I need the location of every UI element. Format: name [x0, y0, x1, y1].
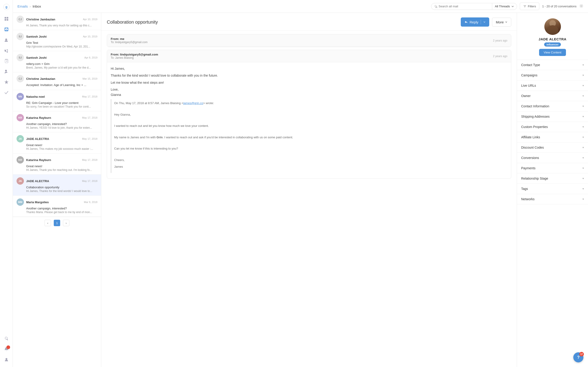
sidebar-section-header[interactable]: Relationship Stage ▾: [517, 173, 588, 184]
breadcrumb-emails[interactable]: Emails: [17, 4, 28, 8]
email-list-item-3[interactable]: SJ Santosh Joshi Apr 8, 2019 rellery.com…: [13, 51, 101, 72]
reply-button-group: Reply: [461, 17, 489, 27]
sidebar-section-header[interactable]: Shipping Addresses ▾: [517, 111, 588, 122]
email-list-item-4[interactable]: CJ Christine Jambazian Mar 15, 2019 Acce…: [13, 72, 101, 90]
nav-item-content[interactable]: [2, 56, 11, 66]
email-date: Apr 10, 2019: [83, 18, 97, 21]
email-date: May 17, 2018: [82, 116, 97, 119]
prev-page-button[interactable]: ‹: [44, 220, 51, 226]
email-item-header: JA JADE ALECTRA May 17, 2018: [17, 177, 97, 185]
chevron-down-icon: ▾: [582, 177, 584, 180]
avatar: CJ: [17, 16, 24, 23]
email-sender: JADE ALECTRA: [26, 137, 80, 141]
reply-button[interactable]: Reply: [461, 17, 489, 27]
more-button[interactable]: More: [492, 18, 511, 27]
chevron-down-icon: ▾: [582, 198, 584, 201]
sidebar-section-discount-codes: Discount Codes ▾: [517, 142, 588, 153]
sidebar-section-title: Payments: [521, 166, 536, 170]
avatar: MM: [17, 198, 24, 206]
conversations-count: 1 - 20 of 20 conversations: [542, 5, 577, 8]
sidebar-section-header[interactable]: Affiliate Links ▾: [517, 132, 588, 142]
notification-badge: [6, 345, 10, 349]
email-sender: Natasha noel: [26, 95, 80, 98]
avatar: KR: [17, 114, 24, 121]
nav-item-search[interactable]: [2, 334, 11, 343]
view-content-button[interactable]: View Content: [539, 49, 566, 56]
email-preview: Hi James, Thank you for reaching out. I'…: [17, 168, 97, 172]
email-preview: Hi James, This makes my job soooooo much…: [17, 147, 97, 150]
threads-dropdown[interactable]: All Threads: [492, 3, 517, 9]
filters-button[interactable]: Filters: [520, 2, 539, 10]
settings-icon[interactable]: [579, 4, 583, 9]
breadcrumb: Emails › Inbox: [17, 4, 41, 8]
avatar: CJ: [17, 75, 24, 82]
nav-item-emails[interactable]: [2, 25, 11, 34]
avatar: JA: [17, 135, 24, 142]
email-detail-title: Collaboration opportunity: [107, 19, 458, 25]
email-date: May 17, 2018: [82, 180, 97, 182]
nav-item-contacts[interactable]: [2, 35, 11, 44]
sidebar-section-header[interactable]: Discount Codes ▾: [517, 142, 588, 152]
sidebar-section-header[interactable]: Live URLs ▾: [517, 81, 588, 91]
sidebar-section-header[interactable]: Payments ▾: [517, 163, 588, 173]
msg-greeting: Hi James,: [111, 66, 507, 71]
email-item-header: KR Katarina Rayburn May 17, 2018: [17, 114, 97, 121]
avatar: NN: [17, 93, 24, 100]
sidebar-section-header[interactable]: Contact Type ▾: [517, 60, 588, 70]
sidebar-section-relationship-stage: Relationship Stage ▾: [517, 173, 588, 184]
email-preview: Hi James, YESS! I'd love to join, thank …: [17, 126, 97, 129]
nav-item-campaigns[interactable]: [2, 46, 11, 55]
email-sender: Katarina Rayburn: [26, 116, 80, 119]
email-date: May 17, 2018: [82, 158, 97, 161]
search-input[interactable]: [439, 5, 489, 8]
email-msg-2-header: From: lindquistgary5@gmail.com To: James…: [107, 50, 511, 62]
email-list-item-6[interactable]: KR Katarina Rayburn May 17, 2018 Another…: [13, 111, 101, 132]
email-msg-1-from: From: me: [111, 37, 147, 41]
app-logo: g: [2, 3, 10, 11]
email-subject: Collaboration opportunity: [17, 186, 97, 189]
email-subject: rellery.com + Grin: [17, 62, 97, 66]
help-button[interactable]: ? 17: [573, 352, 583, 362]
email-list-item-5[interactable]: NN Natasha noel May 17, 2018 RE: Grin Ca…: [13, 90, 101, 111]
sidebar-section-header[interactable]: Tags ▾: [517, 184, 588, 194]
email-pagination: ‹ 1 ›: [13, 217, 101, 229]
sidebar-section-header[interactable]: Networks ▾: [517, 194, 588, 204]
sidebar-section-header[interactable]: Custom Properties ▾: [517, 122, 588, 132]
email-list-item-9[interactable]: JA JADE ALECTRA May 17, 2018 Collaborati…: [13, 175, 101, 196]
nav-item-profile[interactable]: [2, 355, 11, 364]
email-date: May 17, 2018: [82, 137, 97, 140]
breadcrumb-separator: ›: [30, 5, 31, 8]
nav-item-notifications[interactable]: [2, 344, 11, 354]
email-item-header: JA JADE ALECTRA May 17, 2018: [17, 135, 97, 142]
nav-item-dashboard[interactable]: [2, 14, 11, 23]
nav-item-favorites[interactable]: [2, 77, 11, 87]
email-list-item-2[interactable]: SJ Santosh Joshi Apr 10, 2019 Grin Test …: [13, 30, 101, 51]
next-page-button[interactable]: ›: [63, 220, 69, 226]
sidebar-section-title: Campaigns: [521, 73, 537, 77]
email-list: CJ Christine Jambazian Apr 10, 2019 Hi J…: [13, 13, 101, 367]
email-sender: Santosh Joshi: [26, 56, 82, 59]
sidebar-section-header[interactable]: Owner ▾: [517, 91, 588, 101]
nav-item-completed[interactable]: [2, 88, 11, 97]
email-sender: Christine Jambazian: [26, 18, 81, 21]
chevron-down-icon: ▾: [582, 94, 584, 98]
current-page-button[interactable]: 1: [54, 220, 60, 226]
email-list-item-7[interactable]: JA JADE ALECTRA May 17, 2018 Great news!…: [13, 132, 101, 153]
avatar: KR: [17, 156, 24, 164]
sidebar-section-networks: Networks ▾: [517, 194, 588, 204]
more-chevron-icon: [505, 21, 507, 23]
quoted-message: On Thu, May 17, 2018 at 8:57 AM, James B…: [111, 99, 507, 173]
email-preview: Hi James, Thank you very much for settin…: [17, 24, 97, 27]
sidebar-section-title: Custom Properties: [521, 125, 548, 129]
filters-icon: [523, 5, 527, 8]
svg-text:g: g: [5, 5, 7, 9]
email-subject: Another campaign, interested?: [17, 122, 97, 126]
search-container: All Threads: [431, 3, 517, 10]
sidebar-section-header[interactable]: Conversions ▾: [517, 153, 588, 163]
email-list-item-1[interactable]: CJ Christine Jambazian Apr 10, 2019 Hi J…: [13, 13, 101, 30]
email-list-item-10[interactable]: MM Maria Margolies Mar 9, 2018 Another c…: [13, 196, 101, 217]
nav-item-add-contact[interactable]: [2, 67, 11, 76]
sidebar-section-header[interactable]: Contact Information ▾: [517, 101, 588, 111]
sidebar-section-header[interactable]: Campaigns ▾: [517, 70, 588, 80]
email-list-item-8[interactable]: KR Katarina Rayburn May 17, 2018 Great n…: [13, 153, 101, 175]
